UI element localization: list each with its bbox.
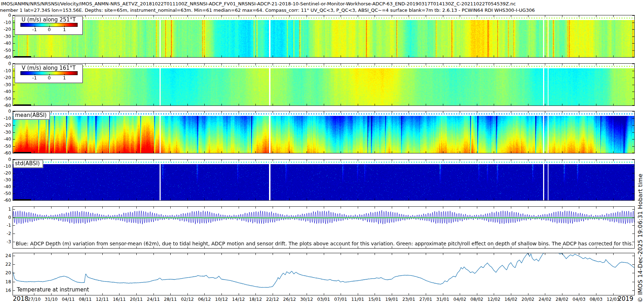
y-tick-label: -50 <box>0 191 11 196</box>
colorbar-tick-label: -1 <box>32 27 37 32</box>
x-tick-label: 20/11 <box>130 296 143 302</box>
figure-subtitle: Deployment 20, member 1 lat=27.34S lon=1… <box>0 8 535 13</box>
colorbar-tick-label: 0 <box>48 27 50 32</box>
y-tick-label: -60 <box>0 198 11 203</box>
x-tick-label: 30/12 <box>300 296 313 302</box>
y-tick-label: -20 <box>0 171 11 176</box>
x-tick-label: 07/01 <box>334 296 347 302</box>
y-tick-label: -50 <box>0 144 11 149</box>
x-tick-label: 24/02 <box>538 296 551 302</box>
u-colorbar-legend: U (m/s) along 251°T -1 0 1 <box>15 16 83 35</box>
x-tick-label: 19/01 <box>385 296 398 302</box>
x-tick-label: 15/01 <box>368 296 381 302</box>
y-tick-label: 0 <box>0 61 11 66</box>
y-tick-label: -2 <box>0 231 11 236</box>
y-tick-label: 24 <box>0 253 11 258</box>
x-tick-label: 14/12 <box>232 296 245 302</box>
y-tick-label: 18 <box>0 279 11 284</box>
y-tick-label: -40 <box>0 137 11 142</box>
x-tick-label: 06/12 <box>198 296 211 302</box>
figure-title: IMOS/ANMN/NRS/NRSNSI/Velocity/IMOS_ANMN-… <box>1 1 516 6</box>
panel-v-velocity: V (m/s) along 161°T -1 0 1 <box>13 63 635 106</box>
y-tick-label: -30 <box>0 177 11 182</box>
imos-watermark: © IMOS 14-Dec-2025 19:06:31 Hobart time <box>637 173 644 303</box>
y-tick-label: -60 <box>0 151 11 156</box>
y-tick-label: -60 <box>0 103 11 108</box>
y-tick-label: 0 <box>0 215 11 220</box>
y-tick-label: -20 <box>0 75 11 80</box>
x-tick-label: 08/02 <box>470 296 483 302</box>
panel-depth-variation: Blue: ADCP Depth (m) variation from sens… <box>13 206 635 249</box>
y-tick-label: 0 <box>0 157 11 162</box>
y-tick-label: -20 <box>0 27 11 32</box>
v-colorbar-legend: V (m/s) along 161°T -1 0 1 <box>15 64 83 83</box>
panel-std-absi: std(ABSI) <box>13 159 635 201</box>
x-tick-label: 18/12 <box>249 296 262 302</box>
x-tick-label: 08/03 <box>590 296 602 302</box>
adcp-deployment-figure: IMOS/ANMN/NRS/NRSNSI/Velocity/IMOS_ANMN-… <box>0 0 644 304</box>
panel-u-velocity: U (m/s) along 251°T -1 0 1 <box>13 15 635 58</box>
v-velocity-heatmap-canvas <box>13 64 634 106</box>
depth-variation-note: Blue: ADCP Depth (m) variation from sens… <box>16 241 633 246</box>
x-tick-label: 02/12 <box>181 296 194 302</box>
x-tick-label: 27/01 <box>419 296 432 302</box>
u-colorbar: -1 0 1 <box>20 23 77 33</box>
y-tick-label: 20 <box>0 270 11 275</box>
colorbar-tick-label: -1 <box>32 75 37 80</box>
std-absi-label: std(ABSI) <box>13 160 43 168</box>
x-tick-label: 31/10 <box>45 296 58 302</box>
y-tick-label: -10 <box>0 164 11 169</box>
x-tick-label: 22/12 <box>266 296 279 302</box>
x-axis-year-start: 2018 <box>13 295 28 302</box>
x-tick-label: 12/02 <box>487 296 500 302</box>
y-tick-label: -30 <box>0 130 11 135</box>
y-tick-label: 1 <box>0 207 11 212</box>
panel-temperature: Temperature at instrument <box>13 253 635 295</box>
x-tick-label: 27/10 <box>28 296 40 302</box>
y-tick-label: 16 <box>0 288 11 293</box>
y-tick-label: -30 <box>0 82 11 87</box>
x-tick-label: 31/01 <box>436 296 449 302</box>
x-tick-label: 23/01 <box>402 296 415 302</box>
x-tick-label: 20/02 <box>522 296 535 302</box>
x-tick-label: 11/01 <box>351 296 364 302</box>
colorbar-tick-label: 1 <box>63 27 66 32</box>
y-tick-label: 22 <box>0 262 11 267</box>
x-tick-label: 28/11 <box>164 296 177 302</box>
colorbar-tick-label: 0 <box>48 75 50 80</box>
y-tick-label: 0 <box>0 13 11 18</box>
x-tick-label: 04/03 <box>572 296 585 302</box>
y-tick-label: -50 <box>0 48 11 53</box>
x-tick-label: 16/02 <box>504 296 517 302</box>
y-tick-label: -60 <box>0 55 11 60</box>
x-tick-label: 03/01 <box>317 296 330 302</box>
mean-absi-heatmap-canvas <box>13 111 634 153</box>
y-tick-label: -40 <box>0 184 11 189</box>
y-tick-label: -40 <box>0 89 11 94</box>
y-tick-label: -3 <box>0 239 11 244</box>
y-tick-label: -1 <box>0 223 11 228</box>
x-tick-label: 12/11 <box>96 296 109 302</box>
y-tick-label: -10 <box>0 116 11 121</box>
x-tick-label: 28/02 <box>556 296 569 302</box>
x-tick-label: 08/11 <box>79 296 92 302</box>
x-tick-label: 04/11 <box>62 296 75 302</box>
v-legend-title: V (m/s) along 161°T <box>15 65 82 71</box>
v-colorbar: -1 0 1 <box>20 71 77 81</box>
mean-absi-label: mean(ABSI) <box>13 112 50 119</box>
u-legend-title: U (m/s) along 251°T <box>15 16 82 23</box>
y-tick-label: -20 <box>0 123 11 128</box>
y-tick-label: 0 <box>0 109 11 114</box>
y-tick-label: -10 <box>0 68 11 73</box>
x-tick-label: 04/02 <box>453 296 466 302</box>
x-tick-label: 10/12 <box>215 296 228 302</box>
y-tick-label: -40 <box>0 41 11 46</box>
temperature-line-canvas <box>13 253 634 295</box>
x-axis-year-end: 2019 <box>618 295 633 302</box>
temperature-label: Temperature at instrument <box>17 286 89 293</box>
u-velocity-heatmap-canvas <box>13 15 634 57</box>
colorbar-tick-label: 1 <box>63 75 66 80</box>
panel-mean-absi: mean(ABSI) <box>13 111 635 153</box>
x-tick-label: 16/11 <box>113 296 126 302</box>
x-tick-label: 26/12 <box>283 296 296 302</box>
